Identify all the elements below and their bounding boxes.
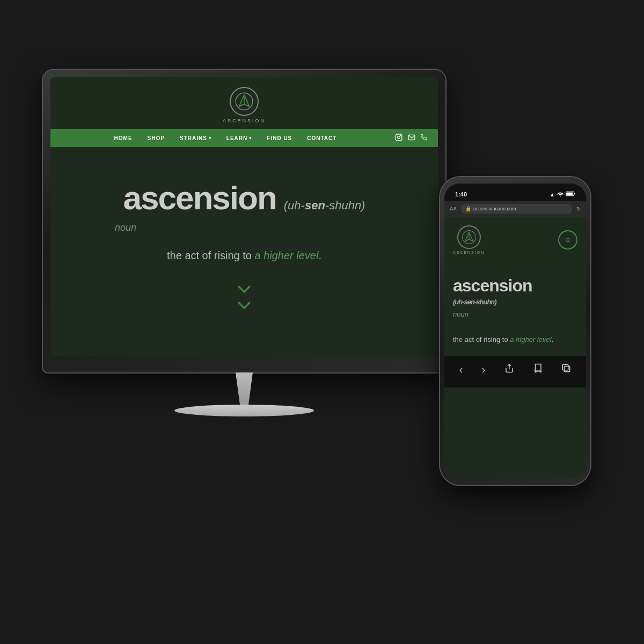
phone-hero: ascension (uh-sen-shuhn) noun the act of… xyxy=(444,260,586,356)
phone-status-icons: ▲ xyxy=(550,191,575,197)
monitor-outer: ASCENSION HOME SHOP STRAINS ▾ LE xyxy=(43,70,445,372)
phone-tabs-button[interactable] xyxy=(556,361,576,377)
hero-noun: noun xyxy=(115,222,136,233)
phone-url-bar[interactable]: 🔒 ascensioncann.com xyxy=(461,204,572,214)
monitor-logo-svg xyxy=(235,92,254,111)
phone-hero-definition: the act of rising to a higher level. xyxy=(453,334,577,345)
svg-rect-15 xyxy=(563,364,569,370)
monitor-logo-circle xyxy=(230,87,259,116)
phone-notch xyxy=(491,184,539,193)
phone-forward-button[interactable]: › xyxy=(477,361,491,378)
nav-strains[interactable]: STRAINS ▾ xyxy=(172,135,219,141)
hero-title-group: ascension (uh-sen-shuhn) xyxy=(123,179,365,217)
monitor-device: ASCENSION HOME SHOP STRAINS ▾ LE xyxy=(43,70,445,416)
phone-bold-syllable: sen xyxy=(464,298,474,306)
phone-share-button[interactable] xyxy=(499,361,519,377)
signal-icon: ▲ xyxy=(550,192,555,197)
monitor-bezel: ASCENSION HOME SHOP STRAINS ▾ LE xyxy=(50,77,438,356)
phone-hero-title: ascension (uh-sen-shuhn) xyxy=(453,276,577,306)
hero-definition-plain: the act of rising to xyxy=(167,250,252,261)
phone-hero-noun: noun xyxy=(453,310,577,318)
monitor-hero: ascension (uh-sen-shuhn) noun the act of… xyxy=(50,147,438,356)
phone-logo-text: ASCENSION xyxy=(453,251,485,254)
nav-icons xyxy=(395,134,427,143)
phone-aa-label[interactable]: AA xyxy=(450,206,457,211)
phone-def-end: . xyxy=(552,335,554,343)
monitor-stand-base xyxy=(174,405,314,416)
phone-reload-icon[interactable]: ↻ xyxy=(576,206,581,212)
hero-word: ascension xyxy=(123,179,276,217)
scroll-chevron[interactable] xyxy=(237,283,252,314)
hero-definition: the act of rising to a higher level. xyxy=(167,250,321,262)
wifi-icon xyxy=(557,191,564,197)
phone-hero-word: ascension xyxy=(453,276,532,296)
phone-def-italic: a higher level xyxy=(510,335,551,343)
nav-items: HOME SHOP STRAINS ▾ LEARN ▾ FIND US xyxy=(61,135,390,141)
nav-learn[interactable]: LEARN ▾ xyxy=(219,135,259,141)
phone-hero-pronunciation: (uh-sen-shuhn) xyxy=(453,298,496,306)
monitor-logo-text: ASCENSION xyxy=(223,118,266,123)
battery-icon xyxy=(566,191,575,197)
nav-shop[interactable]: SHOP xyxy=(140,135,172,141)
svg-rect-9 xyxy=(566,192,573,195)
phone-logo-circle xyxy=(457,225,481,249)
hero-pronunciation: (uh-sen-shuhn) xyxy=(284,199,365,213)
phone-lock-icon: 🔒 xyxy=(465,206,471,211)
phone-bottom-bar: ‹ › xyxy=(444,356,586,387)
monitor-screen: ASCENSION HOME SHOP STRAINS ▾ LE xyxy=(50,77,438,356)
phone-def-plain: the act of rising to xyxy=(453,335,508,343)
phone-url-text: ascensioncann.com xyxy=(473,206,516,211)
phone-logo: ASCENSION xyxy=(453,225,485,254)
email-icon[interactable] xyxy=(408,134,415,143)
phone-bookmarks-button[interactable] xyxy=(528,361,548,377)
hero-definition-italic: a higher level xyxy=(254,250,318,261)
instagram-icon[interactable] xyxy=(395,134,402,143)
phone-browser-bar: AA 🔒 ascensioncann.com ↻ xyxy=(444,201,586,217)
nav-home[interactable]: HOME xyxy=(107,135,140,141)
svg-point-5 xyxy=(400,135,401,136)
hero-bold-syllable: sen xyxy=(305,199,325,212)
strains-caret: ▾ xyxy=(209,136,211,141)
svg-rect-10 xyxy=(574,193,575,195)
phone-body: 1:40 ▲ AA 🔒 xyxy=(440,177,590,485)
phone-time: 1:40 xyxy=(455,191,467,197)
phone-menu-button[interactable]: ≡ xyxy=(558,230,577,250)
nav-find-us[interactable]: FIND US xyxy=(259,135,299,141)
learn-caret: ▾ xyxy=(249,136,252,141)
phone-screen: 1:40 ▲ AA 🔒 xyxy=(444,184,586,479)
monitor-nav: HOME SHOP STRAINS ▾ LEARN ▾ FIND US xyxy=(50,129,438,147)
phone-logo-svg xyxy=(462,230,477,245)
hero-definition-end: . xyxy=(318,250,321,261)
monitor-stand-neck xyxy=(223,372,266,405)
svg-point-7 xyxy=(560,196,561,197)
phone-icon[interactable] xyxy=(421,134,427,143)
nav-contact[interactable]: CONTACT xyxy=(299,135,344,141)
monitor-logo-area: ASCENSION xyxy=(50,77,438,129)
svg-point-4 xyxy=(398,136,400,138)
phone-site-header: ASCENSION ≡ xyxy=(444,217,586,260)
svg-rect-16 xyxy=(565,366,570,372)
phone-device: 1:40 ▲ AA 🔒 xyxy=(440,177,590,485)
scene: ASCENSION HOME SHOP STRAINS ▾ LE xyxy=(27,27,617,617)
phone-back-button[interactable]: ‹ xyxy=(454,361,469,378)
